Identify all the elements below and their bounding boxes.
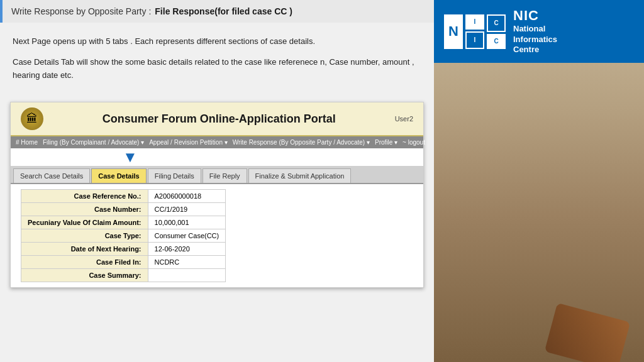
table-row: Case Filed In: NCDRC: [21, 256, 226, 269]
table-row: Date of Next Hearing: 12-06-2020: [21, 243, 226, 256]
value-next-hearing: 12-06-2020: [148, 243, 226, 256]
nic-line1: National: [513, 24, 557, 35]
header-prefix: Write Response by Opposite Party :: [11, 6, 151, 16]
description-para2: Case Details Tab will show the some basi…: [13, 56, 421, 82]
tab-finalize-submit[interactable]: Finalize & Submit Application: [248, 168, 352, 183]
value-case-ref: A20060000018: [148, 190, 226, 203]
nav-logout[interactable]: ~ logout: [402, 139, 425, 146]
value-pecuniary: 10,000,001: [148, 216, 226, 229]
nav-write-response[interactable]: Write Response (By Opposite Party / Advo…: [233, 139, 370, 146]
nav-filing[interactable]: Filing (By Complainant / Advocate) ▾: [43, 139, 144, 146]
tab-bar: Search Case Details Case Details Filing …: [11, 166, 423, 184]
table-row: Case Number: CC/1/2019: [21, 203, 226, 216]
label-case-type: Case Type:: [21, 229, 148, 243]
nic-line2: Informatics: [513, 35, 557, 45]
nic-text-block: NIC National Informatics Centre: [513, 8, 557, 56]
nic-logo: N I I C C NIC National Informatics Centr…: [434, 0, 644, 63]
portal-title: Consumer Forum Online-Application Portal: [53, 112, 385, 126]
header-title: File Response(for filed case CC ): [155, 6, 292, 16]
table-row: Case Type: Consumer Case(CC): [21, 229, 226, 243]
table-row: Pecuniary Value Of Claim Amount: 10,000,…: [21, 216, 226, 229]
portal-screenshot: 🏛 Consumer Forum Online-Application Port…: [10, 102, 424, 288]
nav-appeal[interactable]: Appeal / Revision Pettition ▾: [149, 139, 228, 146]
label-case-summary: Case Summary:: [21, 269, 148, 282]
down-arrow-icon: ▼: [123, 148, 138, 165]
label-case-number: Case Number:: [21, 203, 148, 216]
main-slide: Write Response by Opposite Party : File …: [0, 0, 434, 362]
value-case-type: Consumer Case(CC): [148, 229, 226, 243]
nav-profile[interactable]: Profile ▾: [375, 139, 397, 146]
value-case-number: CC/1/2019: [148, 203, 226, 216]
tab-filing-details[interactable]: Filing Details: [148, 168, 201, 183]
portal-emblem: 🏛: [21, 107, 43, 130]
portal-user: User2: [395, 115, 413, 123]
label-next-hearing: Date of Next Hearing:: [21, 243, 148, 256]
table-row: Case Summary:: [21, 269, 226, 282]
label-case-ref: Case Reference No.:: [21, 190, 148, 203]
description-para1: Next Page opens up with 5 tabs . Each re…: [13, 35, 421, 48]
tab-search-case-details[interactable]: Search Case Details: [13, 168, 90, 183]
description-area: Next Page opens up with 5 tabs . Each re…: [0, 23, 434, 96]
nic-graphic: N I I C C: [444, 14, 506, 49]
tab-file-reply[interactable]: File Reply: [203, 168, 247, 183]
case-details-table: Case Reference No.: A20060000018 Case Nu…: [21, 189, 226, 282]
portal-header: 🏛 Consumer Forum Online-Application Port…: [11, 102, 423, 136]
tab-case-details[interactable]: Case Details: [91, 168, 146, 183]
value-case-summary: [148, 269, 226, 282]
portal-navbar: # Home Filing (By Complainant / Advocate…: [11, 136, 423, 148]
label-pecuniary: Pecuniary Value Of Claim Amount:: [21, 216, 148, 229]
header-bar: Write Response by Opposite Party : File …: [0, 0, 434, 23]
nav-home[interactable]: # Home: [16, 139, 38, 146]
arrow-indicator-area: ▼: [11, 150, 423, 165]
label-filed-in: Case Filed In:: [21, 256, 148, 269]
table-row: Case Reference No.: A20060000018: [21, 190, 226, 203]
nic-line3: Centre: [513, 45, 557, 55]
value-filed-in: NCDRC: [148, 256, 226, 269]
nic-name: NIC: [513, 8, 557, 24]
